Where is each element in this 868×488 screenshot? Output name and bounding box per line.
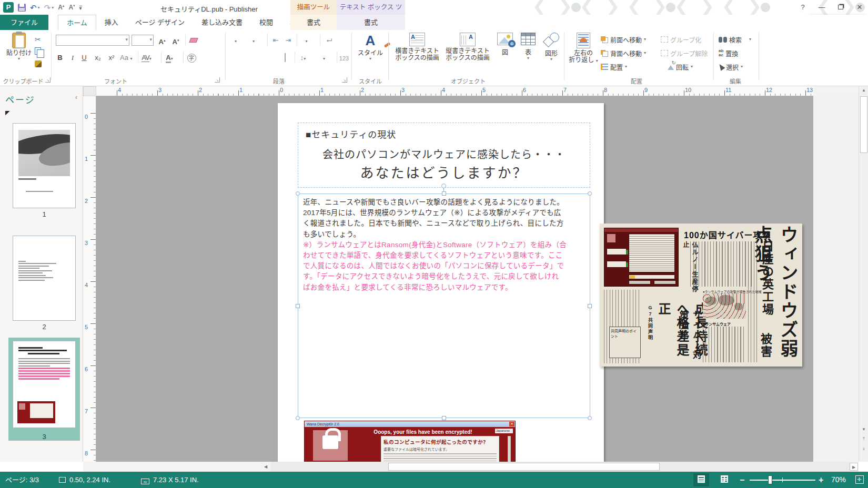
paragraph-dialog-launcher[interactable] [342,77,347,83]
italic-button[interactable]: I [67,52,78,63]
copy-button[interactable] [35,46,41,56]
bullets-button[interactable]: ▾ [230,35,241,46]
save-button[interactable] [18,4,26,12]
replace-button[interactable]: abac置換 [719,48,738,58]
styles-button[interactable]: A スタイル▾ [356,33,385,75]
resize-handle-bottom-center[interactable] [442,416,446,420]
format-painter-button[interactable] [35,58,42,69]
vertical-scroll-thumb[interactable] [860,96,867,153]
insert-picture-button[interactable]: ⊕ 図 [494,33,516,75]
body-textbox-selected[interactable]: 近年、ニュースや新聞でもさ良いバー攻撃の話題をよく見るようになりました。2017… [298,194,590,418]
tab-home[interactable]: ホーム [58,15,96,30]
send-backward-button[interactable]: 背面へ移動▾ [601,48,646,58]
page-thumbnail-2[interactable] [13,236,76,321]
clear-formatting-button[interactable] [188,35,199,46]
vertical-ruler[interactable]: 012345678 [83,96,96,462]
subscript-button[interactable]: x₂ [93,52,103,63]
decrease-indent-button[interactable]: ⇤ [270,35,281,46]
restore-button[interactable] [833,2,848,13]
tab-file[interactable]: ファイル [0,15,48,30]
line-spacing-button[interactable]: ↕▾ [298,52,308,63]
zoom-in-button[interactable]: + [819,472,823,488]
grow-font-ribbon-button[interactable]: A▴ [157,35,167,46]
resize-handle-mid-right[interactable] [588,304,592,308]
page-indicator[interactable]: ページ: 3/3 [5,472,39,488]
close-button[interactable]: ✕ [852,2,867,13]
bold-button[interactable]: B [55,52,65,63]
page-thumbnail-3-selected[interactable]: 3 [8,338,80,441]
group-button[interactable]: グループ化 [661,34,701,45]
fit-page-button[interactable] [855,475,864,484]
master-page-arrow-icon[interactable]: ◤ [5,109,9,116]
newspaper-clipping-image[interactable]: 100か国サイバー攻撃 ウィンドウズ弱点狙う 日産の英工場 被害 仏ルノー生産停… [600,223,802,367]
resize-handle-bottom-left[interactable] [296,416,300,420]
numbering-button[interactable]: ▾ [248,35,259,46]
minimize-button[interactable]: — [814,2,829,13]
resize-handle-top-left[interactable] [296,191,300,196]
font-dialog-launcher[interactable] [215,77,220,83]
scroll-down-button[interactable]: ▼ [860,427,868,432]
underline-button[interactable]: U [79,52,89,63]
rotate-button[interactable]: 回転▾ [667,62,693,72]
tab-page-design[interactable]: ページ デザイン [127,15,193,30]
scroll-left-button[interactable]: ◀ [261,463,270,471]
align-center-button[interactable] [242,52,253,63]
zoom-slider-thumb[interactable] [768,475,772,484]
horizontal-scrollbar[interactable]: ◀ ▶ [83,462,859,472]
tab-review[interactable]: 校閲 [251,15,281,30]
tab-insert[interactable]: 挿入 [96,15,127,30]
insert-table-button[interactable]: 表▾ [518,33,539,75]
increase-indent-button[interactable]: ⇥ [283,35,294,46]
phonetic-guide-button[interactable]: 字 [186,52,197,63]
ransomware-screenshot-object[interactable]: Wana Decrypt0r 2.0 ✕ Ooops, your files h… [304,421,516,462]
tab-format-textbox[interactable]: 書式 [337,15,405,30]
font-name-combo[interactable] [56,35,129,46]
object-size-indicator[interactable]: xy7.23 X 5.17 IN. [141,472,199,488]
clipboard-dialog-launcher[interactable] [45,77,51,83]
shrink-font-ribbon-button[interactable]: A▾ [170,35,181,46]
align-left-button[interactable] [229,52,240,63]
qat-customize-button[interactable]: ▾ [79,6,82,11]
draw-vertical-textbox-button[interactable]: A 縦書きテキストボックスの描画 [443,33,492,75]
zoom-level[interactable]: 70% [831,472,846,488]
scroll-up-button[interactable]: ▲ [860,88,868,93]
select-button[interactable]: 選択▾ [719,62,743,72]
columns-button[interactable]: ▾ [301,35,311,46]
next-page-button[interactable]: ⤓ [860,446,868,451]
line-numbering-button[interactable]: 123 [339,53,349,64]
object-position-indicator[interactable]: 0.50, 2.24 IN. [59,472,110,488]
change-case-button[interactable]: Aa ▾ [120,52,133,63]
page-thumbnail-1[interactable] [13,123,76,208]
text-wrap-button[interactable]: 左右の折り返し ▾ [568,33,599,75]
vertical-scrollbar[interactable]: ▲ ▼ ⤒ ⤓ [859,86,868,462]
horizontal-ruler[interactable]: 4321012345678910111213 [96,86,813,96]
resize-handle-top-center[interactable] [442,191,446,196]
insert-shapes-button[interactable]: 図形▾ [541,33,562,75]
shrink-font-button[interactable]: A▾ [68,4,75,11]
resize-handle-top-right[interactable] [588,191,592,196]
two-page-view-button[interactable] [716,473,732,486]
paragraph-shading-button[interactable]: ▾ [319,52,329,63]
resize-handle-mid-left[interactable] [296,304,300,308]
draw-horizontal-textbox-button[interactable]: A 横書きテキストボックスの描画 [392,33,442,75]
previous-page-button[interactable]: ⤒ [860,436,868,442]
undo-button[interactable]: ↶ [30,4,37,12]
resize-handle-bottom-right[interactable] [588,416,592,420]
redo-button[interactable]: ↷ [44,4,51,12]
bring-forward-button[interactable]: 前面へ移動▾ [601,34,646,45]
title-textbox[interactable]: ■セキュリティの現状 会社のパソコンがマルウェアに感染したら・・・ あなたはどう… [298,123,590,188]
character-spacing-button[interactable]: AV▾ [141,52,152,63]
rotation-handle[interactable] [441,184,446,188]
publisher-app-icon[interactable]: P [3,2,14,13]
distribute-button[interactable] [280,52,290,63]
ungroup-button[interactable]: グループ解除 [661,48,708,58]
horizontal-scroll-thumb[interactable] [388,463,660,471]
help-button[interactable]: ? [795,2,810,13]
single-page-view-button[interactable] [693,473,709,486]
align-objects-button[interactable]: 配置▾ [601,62,627,72]
align-right-button[interactable] [255,52,265,63]
redo-dropdown[interactable]: ▾ [52,5,54,10]
paste-button[interactable]: 貼り付け▾ [4,33,34,75]
superscript-button[interactable]: x² [106,52,117,63]
pages-panel-collapse-button[interactable]: ‹ [75,94,77,101]
